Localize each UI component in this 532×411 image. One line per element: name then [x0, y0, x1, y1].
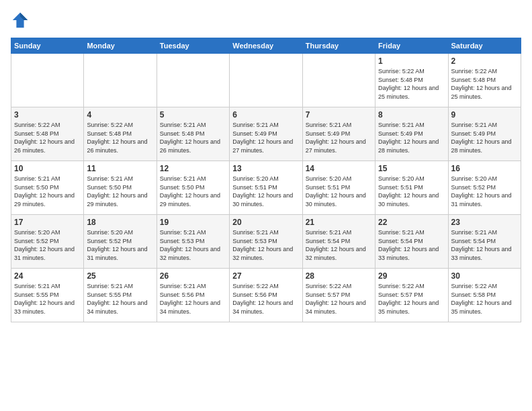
- day-info: Sunrise: 5:21 AM Sunset: 5:49 PM Dayligh…: [378, 121, 445, 154]
- calendar-cell-empty-0-0: [11, 54, 84, 107]
- calendar-cell-17: 17Sunrise: 5:20 AM Sunset: 5:52 PM Dayli…: [11, 215, 84, 269]
- day-number: 18: [87, 218, 153, 227]
- calendar-table: SundayMondayTuesdayWednesdayThursdayFrid…: [11, 38, 521, 322]
- day-info: Sunrise: 5:21 AM Sunset: 5:49 PM Dayligh…: [232, 121, 299, 154]
- day-number: 10: [14, 164, 81, 173]
- calendar-cell-2: 2Sunrise: 5:22 AM Sunset: 5:48 PM Daylig…: [448, 54, 521, 107]
- day-info: Sunrise: 5:21 AM Sunset: 5:48 PM Dayligh…: [160, 121, 226, 154]
- day-number: 6: [232, 110, 299, 120]
- calendar-cell-22: 22Sunrise: 5:21 AM Sunset: 5:54 PM Dayli…: [375, 215, 448, 269]
- calendar-cell-23: 23Sunrise: 5:21 AM Sunset: 5:54 PM Dayli…: [448, 215, 521, 269]
- calendar-cell-empty-0-3: [230, 54, 302, 107]
- calendar-cell-24: 24Sunrise: 5:21 AM Sunset: 5:55 PM Dayli…: [11, 269, 84, 322]
- day-number: 20: [232, 218, 299, 227]
- day-number: 24: [14, 271, 81, 281]
- page: SundayMondayTuesdayWednesdayThursdayFrid…: [0, 0, 532, 411]
- day-number: 7: [306, 110, 372, 120]
- calendar-cell-26: 26Sunrise: 5:21 AM Sunset: 5:56 PM Dayli…: [157, 269, 229, 322]
- day-number: 27: [232, 271, 299, 281]
- day-info: Sunrise: 5:21 AM Sunset: 5:49 PM Dayligh…: [451, 121, 518, 154]
- header: [11, 11, 521, 30]
- calendar-cell-20: 20Sunrise: 5:21 AM Sunset: 5:53 PM Dayli…: [230, 215, 302, 269]
- calendar-cell-21: 21Sunrise: 5:21 AM Sunset: 5:54 PM Dayli…: [302, 215, 375, 269]
- day-number: 19: [160, 218, 226, 227]
- weekday-header-friday: Friday: [375, 38, 448, 54]
- calendar-cell-29: 29Sunrise: 5:22 AM Sunset: 5:57 PM Dayli…: [375, 269, 448, 322]
- day-info: Sunrise: 5:22 AM Sunset: 5:56 PM Dayligh…: [232, 282, 299, 316]
- logo-icon: [11, 11, 30, 30]
- weekday-header-wednesday: Wednesday: [230, 38, 302, 54]
- day-info: Sunrise: 5:22 AM Sunset: 5:48 PM Dayligh…: [87, 121, 153, 154]
- day-number: 2: [451, 56, 518, 66]
- day-info: Sunrise: 5:20 AM Sunset: 5:52 PM Dayligh…: [87, 228, 153, 262]
- calendar-cell-13: 13Sunrise: 5:20 AM Sunset: 5:51 PM Dayli…: [230, 161, 302, 215]
- day-number: 5: [160, 110, 226, 120]
- calendar-cell-8: 8Sunrise: 5:21 AM Sunset: 5:49 PM Daylig…: [375, 107, 448, 161]
- calendar-cell-6: 6Sunrise: 5:21 AM Sunset: 5:49 PM Daylig…: [230, 107, 302, 161]
- week-row-4: 17Sunrise: 5:20 AM Sunset: 5:52 PM Dayli…: [11, 215, 521, 269]
- calendar-cell-12: 12Sunrise: 5:21 AM Sunset: 5:50 PM Dayli…: [157, 161, 229, 215]
- calendar-cell-14: 14Sunrise: 5:20 AM Sunset: 5:51 PM Dayli…: [302, 161, 375, 215]
- day-number: 9: [451, 110, 518, 120]
- day-number: 22: [378, 218, 445, 227]
- day-info: Sunrise: 5:21 AM Sunset: 5:54 PM Dayligh…: [306, 228, 372, 262]
- calendar-cell-9: 9Sunrise: 5:21 AM Sunset: 5:49 PM Daylig…: [448, 107, 521, 161]
- calendar-cell-10: 10Sunrise: 5:21 AM Sunset: 5:50 PM Dayli…: [11, 161, 84, 215]
- day-number: 30: [451, 271, 518, 281]
- calendar-cell-7: 7Sunrise: 5:21 AM Sunset: 5:49 PM Daylig…: [302, 107, 375, 161]
- day-number: 29: [378, 271, 445, 281]
- day-info: Sunrise: 5:22 AM Sunset: 5:48 PM Dayligh…: [451, 67, 518, 101]
- day-info: Sunrise: 5:20 AM Sunset: 5:52 PM Dayligh…: [451, 175, 518, 208]
- weekday-header-sunday: Sunday: [11, 38, 84, 54]
- calendar-cell-15: 15Sunrise: 5:20 AM Sunset: 5:51 PM Dayli…: [375, 161, 448, 215]
- day-info: Sunrise: 5:21 AM Sunset: 5:55 PM Dayligh…: [87, 282, 153, 316]
- weekday-header-thursday: Thursday: [302, 38, 375, 54]
- calendar-cell-28: 28Sunrise: 5:22 AM Sunset: 5:57 PM Dayli…: [302, 269, 375, 322]
- day-number: 8: [378, 110, 445, 120]
- day-number: 15: [378, 164, 445, 173]
- calendar-cell-25: 25Sunrise: 5:21 AM Sunset: 5:55 PM Dayli…: [84, 269, 157, 322]
- day-number: 3: [14, 110, 81, 120]
- day-number: 26: [160, 271, 226, 281]
- calendar-cell-empty-0-2: [157, 54, 229, 107]
- calendar-cell-16: 16Sunrise: 5:20 AM Sunset: 5:52 PM Dayli…: [448, 161, 521, 215]
- calendar-cell-30: 30Sunrise: 5:22 AM Sunset: 5:58 PM Dayli…: [448, 269, 521, 322]
- calendar-cell-3: 3Sunrise: 5:22 AM Sunset: 5:48 PM Daylig…: [11, 107, 84, 161]
- day-info: Sunrise: 5:21 AM Sunset: 5:54 PM Dayligh…: [378, 228, 445, 262]
- calendar-cell-19: 19Sunrise: 5:21 AM Sunset: 5:53 PM Dayli…: [157, 215, 229, 269]
- day-number: 11: [87, 164, 153, 173]
- day-info: Sunrise: 5:21 AM Sunset: 5:54 PM Dayligh…: [451, 228, 518, 262]
- day-number: 1: [378, 56, 445, 66]
- week-row-2: 3Sunrise: 5:22 AM Sunset: 5:48 PM Daylig…: [11, 107, 521, 161]
- calendar-cell-4: 4Sunrise: 5:22 AM Sunset: 5:48 PM Daylig…: [84, 107, 157, 161]
- weekday-header-tuesday: Tuesday: [157, 38, 229, 54]
- day-info: Sunrise: 5:20 AM Sunset: 5:52 PM Dayligh…: [14, 228, 81, 262]
- logo: [11, 11, 32, 30]
- day-info: Sunrise: 5:21 AM Sunset: 5:50 PM Dayligh…: [14, 175, 81, 208]
- day-number: 16: [451, 164, 518, 173]
- day-info: Sunrise: 5:22 AM Sunset: 5:57 PM Dayligh…: [306, 282, 372, 316]
- week-row-5: 24Sunrise: 5:21 AM Sunset: 5:55 PM Dayli…: [11, 269, 521, 322]
- day-number: 21: [306, 218, 372, 227]
- calendar-cell-empty-0-4: [302, 54, 375, 107]
- calendar-cell-27: 27Sunrise: 5:22 AM Sunset: 5:56 PM Dayli…: [230, 269, 302, 322]
- day-number: 28: [306, 271, 372, 281]
- day-info: Sunrise: 5:21 AM Sunset: 5:56 PM Dayligh…: [160, 282, 226, 316]
- day-info: Sunrise: 5:21 AM Sunset: 5:55 PM Dayligh…: [14, 282, 81, 316]
- day-info: Sunrise: 5:20 AM Sunset: 5:51 PM Dayligh…: [232, 175, 299, 208]
- weekday-header-monday: Monday: [84, 38, 157, 54]
- day-number: 13: [232, 164, 299, 173]
- day-info: Sunrise: 5:21 AM Sunset: 5:50 PM Dayligh…: [160, 175, 226, 208]
- day-info: Sunrise: 5:20 AM Sunset: 5:51 PM Dayligh…: [306, 175, 372, 208]
- day-info: Sunrise: 5:20 AM Sunset: 5:51 PM Dayligh…: [378, 175, 445, 208]
- calendar-cell-11: 11Sunrise: 5:21 AM Sunset: 5:50 PM Dayli…: [84, 161, 157, 215]
- day-number: 23: [451, 218, 518, 227]
- day-info: Sunrise: 5:22 AM Sunset: 5:48 PM Dayligh…: [378, 67, 445, 101]
- day-info: Sunrise: 5:21 AM Sunset: 5:53 PM Dayligh…: [232, 228, 299, 262]
- calendar-cell-5: 5Sunrise: 5:21 AM Sunset: 5:48 PM Daylig…: [157, 107, 229, 161]
- calendar-cell-1: 1Sunrise: 5:22 AM Sunset: 5:48 PM Daylig…: [375, 54, 448, 107]
- day-info: Sunrise: 5:22 AM Sunset: 5:57 PM Dayligh…: [378, 282, 445, 316]
- day-info: Sunrise: 5:21 AM Sunset: 5:49 PM Dayligh…: [306, 121, 372, 154]
- day-number: 25: [87, 271, 153, 281]
- calendar-cell-18: 18Sunrise: 5:20 AM Sunset: 5:52 PM Dayli…: [84, 215, 157, 269]
